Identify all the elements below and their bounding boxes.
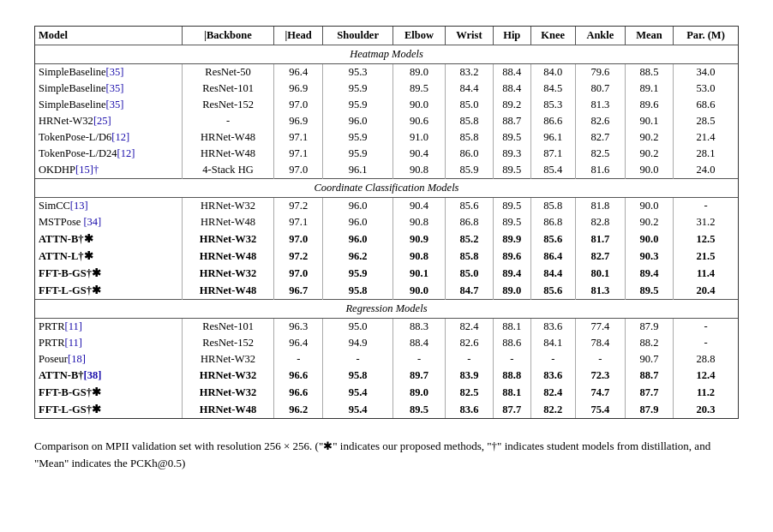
cell-knee: 96.1 xyxy=(530,129,575,146)
cell-mean: 90.0 xyxy=(625,230,673,248)
table-row: FFT-L-GS†✱HRNet-W4896.295.489.583.687.78… xyxy=(35,401,738,418)
table-row: HRNet-W32[25]-96.996.090.685.888.786.682… xyxy=(35,113,738,129)
cell-ankle: 77.4 xyxy=(575,319,625,336)
cell-hip: 89.9 xyxy=(493,230,530,248)
cell-par: 53.0 xyxy=(674,81,739,97)
cell-knee: 85.6 xyxy=(530,282,575,300)
cell-backbone: ResNet-152 xyxy=(182,335,273,351)
cell-elbow: 90.8 xyxy=(393,214,446,230)
table-row: FFT-B-GS†✱HRNet-W3297.095.990.185.089.48… xyxy=(35,265,738,282)
cell-elbow: 90.0 xyxy=(393,97,446,113)
cell-knee: 85.6 xyxy=(530,230,575,248)
cell-par: - xyxy=(674,198,739,215)
cell-head: 96.4 xyxy=(274,335,323,351)
cell-hip: 89.5 xyxy=(493,162,530,179)
cell-elbow: 89.0 xyxy=(393,384,446,401)
section-header-2: Regression Models xyxy=(35,300,738,319)
cell-model: FFT-B-GS†✱ xyxy=(35,265,182,282)
cell-par: 20.3 xyxy=(674,401,739,418)
table-row: ATTN-L†✱HRNet-W4897.296.290.885.889.686.… xyxy=(35,248,738,265)
cell-elbow: 89.5 xyxy=(393,81,446,97)
cell-backbone: HRNet-W48 xyxy=(182,214,273,230)
cell-knee: 84.4 xyxy=(530,265,575,282)
cell-head: 96.6 xyxy=(274,384,323,401)
cell-mean: 89.1 xyxy=(625,81,673,97)
cell-shoulder: 96.2 xyxy=(323,248,393,265)
cell-shoulder: 94.9 xyxy=(323,335,393,351)
cell-shoulder: 96.0 xyxy=(323,113,393,129)
cell-head: 97.1 xyxy=(274,129,323,146)
cell-backbone: HRNet-W32 xyxy=(182,198,273,215)
col-wrist: Wrist xyxy=(446,27,494,45)
cell-par: 21.5 xyxy=(674,248,739,265)
col-mean: Mean xyxy=(625,27,673,45)
cell-elbow: 90.8 xyxy=(393,162,446,179)
cell-model: FFT-L-GS†✱ xyxy=(35,282,182,300)
cell-hip: 88.7 xyxy=(493,113,530,129)
cell-wrist: 84.7 xyxy=(446,282,494,300)
cell-wrist: - xyxy=(446,351,494,368)
cell-par: 21.4 xyxy=(674,129,739,146)
cell-hip: 87.7 xyxy=(493,401,530,418)
cell-par: 11.4 xyxy=(674,265,739,282)
cell-knee: 83.6 xyxy=(530,319,575,336)
cell-mean: 89.4 xyxy=(625,265,673,282)
cell-model: TokenPose-L/D24[12] xyxy=(35,146,182,162)
table-caption: Comparison on MPII validation set with r… xyxy=(34,438,739,471)
table-row: Poseur[18]HRNet-W32-------90.728.8 xyxy=(35,351,738,368)
page-container: Model |Backbone |Head Shoulder Elbow Wri… xyxy=(17,17,756,480)
cell-hip: 89.5 xyxy=(493,198,530,215)
cell-ankle: 82.6 xyxy=(575,113,625,129)
cell-wrist: 86.8 xyxy=(446,214,494,230)
cell-ankle: 82.8 xyxy=(575,214,625,230)
cell-ankle: 81.8 xyxy=(575,198,625,215)
cell-backbone: HRNet-W32 xyxy=(182,265,273,282)
cell-mean: 87.7 xyxy=(625,384,673,401)
cell-shoulder: 96.1 xyxy=(323,162,393,179)
col-elbow: Elbow xyxy=(393,27,446,45)
cell-shoulder: - xyxy=(323,351,393,368)
cell-backbone: HRNet-W48 xyxy=(182,146,273,162)
cell-shoulder: 95.4 xyxy=(323,401,393,418)
cell-head: 97.2 xyxy=(274,248,323,265)
cell-wrist: 82.4 xyxy=(446,319,494,336)
cell-shoulder: 95.3 xyxy=(323,64,393,81)
col-hip: Hip xyxy=(493,27,530,45)
cell-model: TokenPose-L/D6[12] xyxy=(35,129,182,146)
cell-elbow: 90.1 xyxy=(393,265,446,282)
cell-backbone: HRNet-W32 xyxy=(182,230,273,248)
cell-backbone: HRNet-W48 xyxy=(182,248,273,265)
cell-hip: 88.6 xyxy=(493,335,530,351)
table-row: SimpleBaseline[35]ResNet-5096.495.389.08… xyxy=(35,64,738,81)
cell-head: - xyxy=(274,351,323,368)
cell-knee: - xyxy=(530,351,575,368)
cell-ankle: 82.5 xyxy=(575,146,625,162)
cell-wrist: 83.6 xyxy=(446,401,494,418)
cell-par: 12.4 xyxy=(674,368,739,384)
cell-hip: 88.8 xyxy=(493,368,530,384)
cell-ankle: 80.1 xyxy=(575,265,625,282)
cell-wrist: 85.8 xyxy=(446,113,494,129)
cell-model: PRTR[11] xyxy=(35,335,182,351)
cell-head: 96.2 xyxy=(274,401,323,418)
cell-ankle: 81.3 xyxy=(575,282,625,300)
cell-par: 68.6 xyxy=(674,97,739,113)
cell-hip: 89.0 xyxy=(493,282,530,300)
cell-par: 31.2 xyxy=(674,214,739,230)
cell-shoulder: 95.9 xyxy=(323,129,393,146)
cell-par: 12.5 xyxy=(674,230,739,248)
cell-elbow: 90.0 xyxy=(393,282,446,300)
col-shoulder: Shoulder xyxy=(323,27,393,45)
cell-head: 97.1 xyxy=(274,214,323,230)
cell-wrist: 82.6 xyxy=(446,335,494,351)
cell-model: FFT-L-GS†✱ xyxy=(35,401,182,418)
cell-wrist: 85.0 xyxy=(446,97,494,113)
cell-hip: 88.4 xyxy=(493,64,530,81)
cell-par: 34.0 xyxy=(674,64,739,81)
cell-model: ATTN-L†✱ xyxy=(35,248,182,265)
table-row: TokenPose-L/D6[12]HRNet-W4897.195.991.08… xyxy=(35,129,738,146)
cell-model: ATTN-B†[38] xyxy=(35,368,182,384)
cell-shoulder: 95.9 xyxy=(323,146,393,162)
cell-backbone: HRNet-W48 xyxy=(182,282,273,300)
cell-shoulder: 95.4 xyxy=(323,384,393,401)
